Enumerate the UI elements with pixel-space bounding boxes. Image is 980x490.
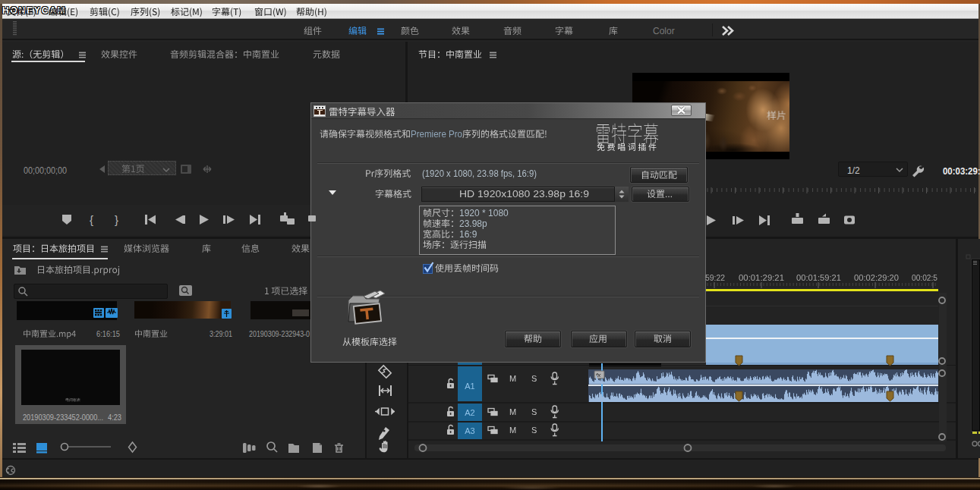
svg-text:4:23: 4:23 [108,413,121,422]
svg-text:{: { [90,213,93,226]
svg-text:(1920 x 1080, 23.98 fps, 16:9): (1920 x 1080, 23.98 fps, 16:9) [422,168,537,179]
svg-text:00:02:5: 00:02:5 [912,273,937,282]
svg-text:3:29:01: 3:29:01 [210,329,232,338]
svg-text:S: S [531,407,537,416]
svg-text:Color: Color [653,26,675,36]
svg-text:M: M [509,426,516,435]
svg-text:A1: A1 [465,382,474,391]
svg-text:Premiere Pro: Premiere Pro [411,129,462,140]
svg-text:20190309-233452-0000...: 20190309-233452-0000... [23,413,103,422]
svg-text:00;00;00;00: 00;00;00;00 [24,165,67,176]
svg-text:S: S [531,374,537,383]
svg-text:59:22: 59:22 [705,273,725,282]
svg-text:16:9: 16:9 [459,229,477,240]
svg-text:20190309-232943-0: 20190309-232943-0 [249,329,310,338]
svg-text:}: } [115,213,118,226]
svg-text:A2: A2 [465,408,474,417]
svg-text:6:16:15: 6:16:15 [96,329,120,338]
svg-text:00:01:59:21: 00:01:59:21 [796,273,841,282]
svg-text:M: M [509,407,516,416]
svg-text:S: S [531,426,537,435]
svg-text:M: M [509,374,516,383]
svg-text:00:02:29:20: 00:02:29:20 [854,273,899,282]
svg-text:00:03:29:2: 00:03:29:2 [943,165,980,177]
svg-text:fx: fx [596,372,601,378]
svg-text:HD 1920x1080 23.98p 16:9: HD 1920x1080 23.98p 16:9 [459,188,589,199]
svg-text:1920 * 1080: 1920 * 1080 [459,208,509,218]
svg-text:A3: A3 [465,426,474,435]
svg-text:23.98p: 23.98p [459,218,487,229]
svg-text:1/2: 1/2 [847,165,860,176]
svg-text:00:01:29:21: 00:01:29:21 [739,273,784,282]
